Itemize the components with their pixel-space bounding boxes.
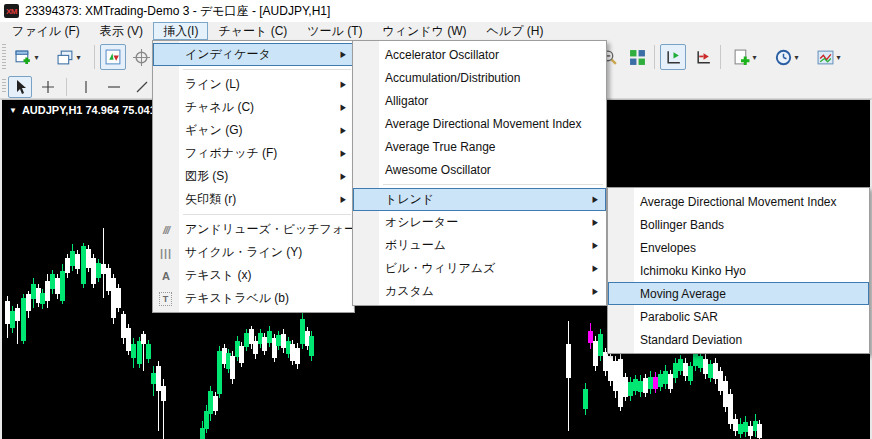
menu-item-label: テキスト (x): [185, 267, 251, 284]
crosshair-button[interactable]: [36, 76, 60, 98]
trend-menu-item-bollinger-bands[interactable]: Bollinger Bands: [608, 213, 869, 236]
crosshair-icon: [40, 79, 56, 95]
indicators-menu-item-average-true-range[interactable]: Average True Range: [353, 135, 606, 158]
indicators-menu-item-custom[interactable]: カスタム▶: [353, 280, 606, 303]
auto-scroll-icon: [695, 49, 712, 66]
submenu-arrow-icon: ▶: [593, 241, 598, 251]
menu-item-label: フィボナッチ (F): [185, 145, 277, 162]
insert-menu-item-cycle-lines[interactable]: |||サイクル・ライン (Y): [153, 241, 354, 264]
insert-menu-item-text-label[interactable]: Tテキストラベル (b): [153, 287, 354, 310]
chevron-down-icon: ▼: [9, 106, 17, 115]
menubar-item-file[interactable]: ファイル (F): [2, 22, 90, 40]
candlestick: [75, 250, 80, 274]
market-watch-button[interactable]: [100, 44, 126, 70]
menu-item-label: トレンド: [385, 191, 434, 208]
mt4-window: XM 23394373: XMTrading-Demo 3 - デモ口座 - […: [0, 0, 872, 439]
menu-item-label: Standard Deviation: [640, 333, 742, 347]
data-window-icon: [133, 49, 150, 66]
new-chart-button[interactable]: ▾: [8, 44, 46, 70]
trend-menu-item-average-directional-movement-index[interactable]: Average Directional Movement Index: [608, 190, 869, 213]
insert-menu-item-fibonacci[interactable]: フィボナッチ (F)▶: [153, 142, 354, 165]
insert-menu: インディケータ▶ライン (L)▶チャネル (C)▶ギャン (G)▶フィボナッチ …: [152, 40, 355, 313]
indicators-menu-item-oscillators[interactable]: オシレーター▶: [353, 211, 606, 234]
indicators-menu-item-alligator[interactable]: Alligator: [353, 89, 606, 112]
new-order-button[interactable]: ▾: [726, 44, 764, 70]
auto-scroll-button[interactable]: [690, 44, 716, 70]
trendline-icon: [134, 79, 150, 95]
tile-windows-button[interactable]: [624, 44, 650, 70]
toolbar-separator: [94, 45, 95, 69]
cycle-lines-icon: |||: [157, 247, 175, 259]
menubar-item-window[interactable]: ウィンドウ (W): [373, 22, 477, 40]
trend-menu-item-parabolic-sar[interactable]: Parabolic SAR: [608, 305, 869, 328]
pitchfork-icon: ///: [157, 224, 175, 236]
insert-menu-item-gann[interactable]: ギャン (G)▶: [153, 119, 354, 142]
indicators-menu-item-accelerator-oscillator[interactable]: Accelerator Oscillator: [353, 43, 606, 66]
chart-shift-button[interactable]: [660, 44, 686, 70]
trend-menu-item-moving-average[interactable]: Moving Average: [608, 282, 869, 305]
horizontal-line-button[interactable]: [102, 76, 126, 98]
horizontal-line-icon: [106, 79, 122, 95]
indicators-menu-item-volumes[interactable]: ボリューム▶: [353, 234, 606, 257]
candlestick: [131, 338, 136, 368]
toolbar-separator: [66, 78, 67, 96]
menubar-item-insert[interactable]: 挿入(I): [153, 22, 208, 40]
menu-item-label: ビル・ウィリアムズ: [385, 260, 495, 277]
menu-item-label: ギャン (G): [185, 122, 243, 139]
candlestick: [583, 383, 588, 415]
insert-menu-separator: [183, 214, 351, 215]
app-icon: XM: [4, 4, 19, 18]
indicators-menu-item-trend[interactable]: トレンド▶: [353, 188, 606, 211]
menubar-item-chart[interactable]: チャート (C): [208, 22, 297, 40]
titlebar: XM 23394373: XMTrading-Demo 3 - デモ口座 - […: [0, 0, 872, 22]
indicators-menu-item-awesome-oscillator[interactable]: Awesome Oscillator: [353, 158, 606, 181]
insert-menu-item-text[interactable]: Aテキスト (x): [153, 264, 354, 287]
chevron-down-icon: ▾: [34, 53, 38, 62]
insert-menu-item-shapes[interactable]: 図形 (S)▶: [153, 165, 354, 188]
chevron-down-icon: ▾: [794, 53, 798, 62]
tile-windows-icon: [629, 49, 646, 66]
indicators-menu-item-accumulation-distribution[interactable]: Accumulation/Distribution: [353, 66, 606, 89]
insert-menu-item-line[interactable]: ライン (L)▶: [153, 73, 354, 96]
menu-item-label: Alligator: [385, 94, 428, 108]
data-window-button[interactable]: [128, 44, 154, 70]
insert-menu-item-channel[interactable]: チャネル (C)▶: [153, 96, 354, 119]
templates-icon: [817, 49, 834, 66]
periods-button[interactable]: ▾: [768, 44, 806, 70]
menubar-item-view[interactable]: 表示 (V): [90, 22, 153, 40]
menu-item-label: Bollinger Bands: [640, 218, 724, 232]
cursor-button[interactable]: [8, 76, 32, 98]
indicators-menu-item-bill-williams[interactable]: ビル・ウィリアムズ▶: [353, 257, 606, 280]
trend-menu-item-standard-deviation[interactable]: Standard Deviation: [608, 328, 869, 351]
submenu-arrow-icon: ▶: [341, 80, 346, 90]
menu-item-label: Average Directional Movement Index: [640, 195, 837, 209]
menu-item-label: Moving Average: [640, 287, 726, 301]
vertical-line-button[interactable]: [74, 76, 98, 98]
trend-menu-item-envelopes[interactable]: Envelopes: [608, 236, 869, 259]
toolbar-grip[interactable]: [2, 79, 6, 94]
menubar-item-help[interactable]: ヘルプ (H): [477, 22, 554, 40]
candlestick: [161, 379, 166, 439]
insert-menu-item-andrews-pitchfork[interactable]: ///アンドリューズ・ピッチフォーク (A): [153, 218, 354, 241]
submenu-arrow-icon: ▶: [593, 264, 598, 274]
candlestick: [309, 331, 314, 361]
submenu-arrow-icon: ▶: [593, 195, 598, 205]
insert-menu-item-indicators[interactable]: インディケータ▶: [153, 43, 354, 66]
trend-submenu: Average Directional Movement IndexBollin…: [607, 187, 870, 354]
menubar-item-tools[interactable]: ツール (T): [297, 22, 372, 40]
submenu-arrow-icon: ▶: [341, 126, 346, 136]
profiles-button[interactable]: ▾: [50, 44, 88, 70]
menu-item-label: Accelerator Oscillator: [385, 48, 499, 62]
symbol-label: ▼ AUDJPY,H1 74.964 75.041 74: [9, 104, 171, 116]
menu-item-label: ボリューム: [385, 237, 446, 254]
menu-item-label: カスタム: [385, 283, 434, 300]
candlestick: [757, 420, 762, 439]
insert-menu-item-arrows[interactable]: 矢印類 (r)▶: [153, 188, 354, 211]
text-label-icon: T: [159, 292, 172, 306]
indicators-menu-item-average-directional-movement-index[interactable]: Average Directional Movement Index: [353, 112, 606, 135]
trend-menu-item-ichimoku-kinko-hyo[interactable]: Ichimoku Kinko Hyo: [608, 259, 869, 282]
text-icon: A: [157, 270, 175, 282]
templates-button[interactable]: ▾: [810, 44, 848, 70]
trendline-button[interactable]: [130, 76, 154, 98]
toolbar-grip[interactable]: [2, 44, 6, 71]
